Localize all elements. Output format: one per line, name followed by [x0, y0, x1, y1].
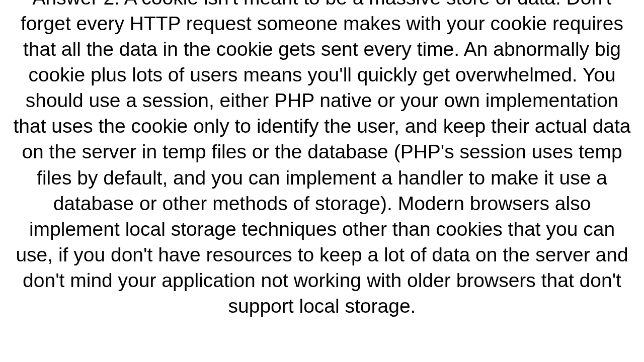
document-page: Answer 2: A cookie isn't meant to be a m…	[0, 0, 644, 362]
answer-body-text: Answer 2: A cookie isn't meant to be a m…	[10, 0, 634, 319]
